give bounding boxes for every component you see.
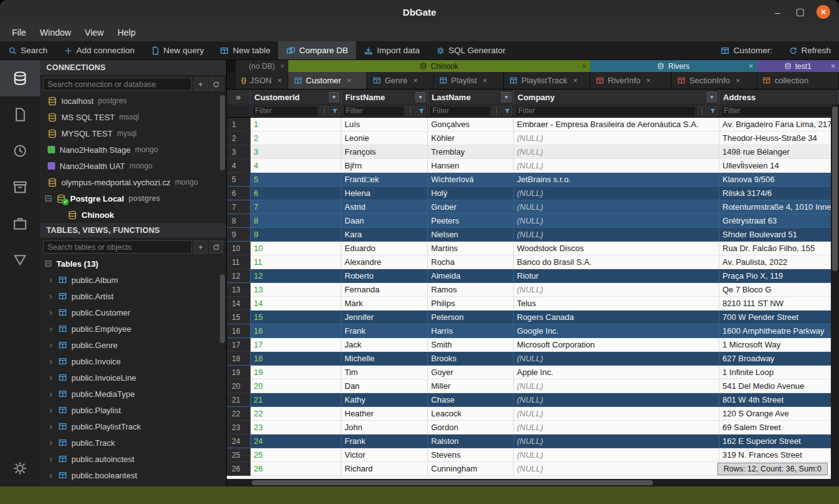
cell-company[interactable]: (NULL) [514,352,719,366]
cell-firstname[interactable]: Jennifer [341,311,428,324]
connections-search-input[interactable] [43,78,192,91]
cell-lastname[interactable]: Chase [428,393,514,407]
filter-input-lastname[interactable] [429,106,491,116]
cell-customerid[interactable]: 1 [251,118,341,131]
cell-address[interactable]: Praça Pio X, 119 [719,269,839,283]
cell-company[interactable]: Riotur [514,269,719,283]
cell-firstname[interactable]: John [341,421,428,435]
cell-address[interactable]: Av. Paulista, 2022 [719,255,839,269]
table-row[interactable]: 22LeonieKöhler(NULL)Theodor-Heuss-Straße… [227,131,839,145]
db-tab-chinook[interactable]: Chinook× [288,60,590,72]
table-item-public-album[interactable]: ›public.Album [40,272,226,288]
cell-lastname[interactable]: Peterson [428,311,514,324]
cell-firstname[interactable]: Helena [341,187,428,200]
toolbar-search-button[interactable]: Search [0,41,56,59]
cell-lastname[interactable]: Nielsen [428,228,514,242]
cell-customerid[interactable]: 21 [251,393,341,407]
cell-lastname[interactable]: Ralston [428,435,514,448]
file-tab-json[interactable]: {}JSON× [236,72,288,89]
db-tab--no-db-[interactable]: (no DB)× [236,60,288,72]
cell-customerid[interactable]: 19 [251,366,341,379]
table-row[interactable]: 1717JackSmithMicrosoft Corporation1 Micr… [227,338,839,352]
cell-firstname[interactable]: Franti□ek [341,173,428,187]
connections-scrollbar[interactable] [220,95,225,170]
rail-database-button[interactable] [0,60,40,96]
table-row[interactable]: 11LuísGonçalvesEmbraer - Empresa Brasile… [227,118,839,131]
horizontal-scrollbar-thumb[interactable] [252,480,653,485]
connection-item-nano2health-uat[interactable]: Nano2Health UATmongo [40,158,226,174]
cell-address[interactable]: Grétrystraat 63 [719,214,839,228]
cell-firstname[interactable]: Kathy [341,393,428,407]
vertical-scrollbar[interactable] [831,105,839,479]
table-row[interactable]: 1515JenniferPetersonRogers Canada700 W P… [227,311,839,324]
filter-funnel-button[interactable] [330,106,340,116]
filter-menu-button[interactable]: ⋮ [320,106,329,116]
connection-item-localhost[interactable]: localhostpostgres [40,93,226,109]
menu-help[interactable]: Help [110,26,142,39]
table-row[interactable]: 99KaraNielsen(NULL)Sřnder Boulevard 51 [227,228,839,242]
connection-item-chinook[interactable]: Chinook [40,207,226,223]
cell-firstname[interactable]: Victor [341,448,428,462]
cell-customerid[interactable]: 3 [251,145,341,159]
cell-customerid[interactable]: 23 [251,421,341,435]
cell-lastname[interactable]: Ramos [428,283,514,297]
grid-corner-button[interactable]: » [227,90,251,105]
table-item-public-playlisttrack[interactable]: ›public.PlaylistTrack [40,418,226,435]
cell-company[interactable]: (NULL) [514,407,719,421]
cell-address[interactable]: 801 W 4th Street [719,393,839,407]
cell-customerid[interactable]: 17 [251,338,341,352]
table-item-public-mediatype[interactable]: ›public.MediaType [40,386,226,402]
cell-firstname[interactable]: Tim [341,366,428,379]
filter-input-company[interactable] [515,106,696,116]
table-item-public-booleantest[interactable]: ›public.booleantest [40,467,226,483]
cell-firstname[interactable]: Eduardo [341,242,428,255]
column-header-address[interactable]: Address [719,90,839,105]
cell-company[interactable]: Woodstock Discos [514,242,719,255]
cell-customerid[interactable]: 7 [251,200,341,214]
cell-address[interactable]: 700 W Pender Street [719,311,839,324]
cell-company[interactable]: (NULL) [514,131,719,145]
cell-address[interactable]: 627 Broadway [719,352,839,366]
cell-customerid[interactable]: 11 [251,255,341,269]
cell-address[interactable]: 120 S Orange Ave [719,407,839,421]
cell-firstname[interactable]: Dan [341,379,428,393]
cell-address[interactable]: 1600 Amphitheatre Parkway [719,324,839,338]
table-item-public-genre[interactable]: ›public.Genre [40,337,226,353]
cell-lastname[interactable]: Gruber [428,200,514,214]
filter-funnel-button[interactable] [503,106,512,116]
table-row[interactable]: 33FrançoisTremblay(NULL)1498 rue Bélange… [227,145,839,159]
cell-customerid[interactable]: 8 [251,214,341,228]
toolbar-customer--button[interactable]: Customer: [712,41,780,59]
cell-company[interactable]: Banco do Brasil S.A. [514,255,719,269]
cell-lastname[interactable]: Köhler [428,131,514,145]
toolbar-sql-generator-button[interactable]: SQL Generator [428,41,514,59]
table-row[interactable]: 66HelenaHolý(NULL)Rilská 3174/6 [227,187,839,200]
filter-input-customerid[interactable] [252,106,318,116]
cell-company[interactable]: Apple Inc. [514,366,719,379]
table-item-public-playlist[interactable]: ›public.Playlist [40,402,226,418]
cell-company[interactable]: JetBrains s.r.o. [514,173,719,187]
cell-customerid[interactable]: 18 [251,352,341,366]
cell-lastname[interactable]: Cunningham [428,462,514,476]
cell-company[interactable]: Google Inc. [514,324,719,338]
menu-window[interactable]: Window [33,26,78,39]
close-button[interactable]: × [816,5,830,19]
cell-lastname[interactable]: Smith [428,338,514,352]
cell-company[interactable]: Embraer - Empresa Brasileira de Aeronáut… [514,118,719,131]
cell-address[interactable]: 1 Microsoft Way [719,338,839,352]
rail-filter-triangle-button[interactable] [0,242,40,278]
filter-menu-button[interactable]: ⋮ [697,106,707,116]
column-header-firstname[interactable]: FirstName▾ [341,90,428,105]
filter-input-address[interactable] [721,106,837,116]
cell-lastname[interactable]: Tremblay [428,145,514,159]
table-item-public-invoice[interactable]: ›public.Invoice [40,353,226,369]
cell-customerid[interactable]: 25 [251,448,341,462]
cell-firstname[interactable]: Kara [341,228,428,242]
connection-item-olympus-medportal-vychozi-cz[interactable]: olympus-medportal.vychozi.czmongo [40,174,226,190]
cell-customerid[interactable]: 26 [251,462,341,476]
table-item-public-artist[interactable]: ›public.Artist [40,288,226,304]
horizontal-scrollbar[interactable] [227,479,839,486]
table-item-public-customer[interactable]: ›public.Customer [40,304,226,321]
cell-firstname[interactable]: Fernanda [341,283,428,297]
table-row[interactable]: 2323JohnGordon(NULL)69 Salem Street [227,421,839,435]
